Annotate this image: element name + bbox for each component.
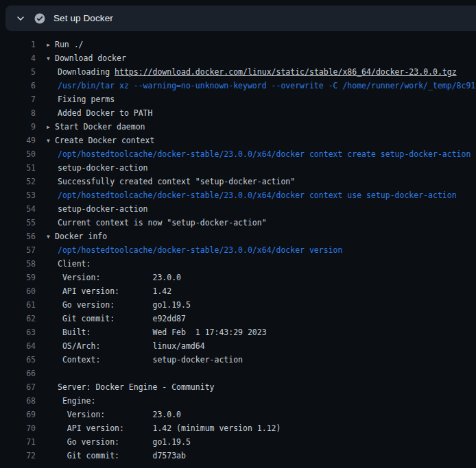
group-expanded-triangle-icon[interactable]: ▼ — [47, 230, 55, 243]
log-line: 6/usr/bin/tar xz --warning=no-unknown-ke… — [0, 79, 476, 93]
log-text-line: setup-docker-action — [47, 161, 476, 175]
line-number[interactable]: 65 — [0, 353, 36, 367]
log-text-line: Version: 23.0.0 — [47, 408, 476, 421]
log-command-line: /opt/hostedtoolcache/docker-stable/23.0.… — [47, 243, 476, 257]
log-text-line: Server: Docker Engine - Community — [47, 380, 476, 394]
log-text-line: Successfully created context "setup-dock… — [47, 175, 476, 188]
log-text-line: Added Docker to PATH — [47, 106, 476, 120]
line-number[interactable]: 9 — [0, 120, 36, 134]
log-text-line: API version: 1.42 (minimum version 1.12) — [47, 421, 476, 435]
log-line: 61 Go version: go1.19.5 — [0, 298, 476, 312]
log-text-line: API version: 1.42 — [47, 284, 476, 298]
step-title: Set up Docker — [53, 13, 113, 23]
log-line: 63 Built: Wed Feb 1 17:43:29 2023 — [0, 325, 476, 339]
line-number[interactable]: 51 — [0, 161, 36, 175]
line-number[interactable]: 54 — [0, 202, 36, 216]
log-text-line — [47, 367, 476, 380]
line-number[interactable]: 69 — [0, 408, 36, 421]
group-title: Download docker — [55, 53, 126, 63]
line-number[interactable]: 55 — [0, 216, 36, 230]
log-line: 51setup-docker-action — [0, 161, 476, 175]
step-header[interactable]: Set up Docker — [5, 5, 476, 31]
log-line: 8Added Docker to PATH — [0, 106, 476, 120]
step-log-panel: Set up Docker 1▶Run ./4▼Download docker5… — [0, 5, 476, 463]
log-url-link[interactable]: https://download.docker.com/linux/static… — [115, 67, 457, 77]
log-line: 50/opt/hostedtoolcache/docker-stable/23.… — [0, 147, 476, 161]
line-number[interactable]: 49 — [0, 134, 36, 147]
log-text-line: Go version: go1.19.5 — [47, 435, 476, 449]
group-collapsed-triangle-icon[interactable]: ▶ — [47, 121, 55, 134]
group-title: Run ./ — [55, 40, 84, 49]
log-line: 59 Version: 23.0.0 — [0, 271, 476, 284]
log-text-line: Current context is now "setup-docker-act… — [47, 216, 476, 230]
line-number[interactable]: 4 — [0, 51, 36, 65]
line-number[interactable]: 64 — [0, 339, 36, 353]
line-number[interactable]: 67 — [0, 380, 36, 394]
group-expanded-triangle-icon[interactable]: ▼ — [47, 134, 55, 147]
line-number[interactable]: 66 — [0, 367, 36, 380]
line-number[interactable]: 58 — [0, 257, 36, 271]
group-title: Start Docker daemon — [55, 122, 145, 132]
log-line: 53/opt/hostedtoolcache/docker-stable/23.… — [0, 188, 476, 202]
log-line: 5Downloading https://download.docker.com… — [0, 65, 476, 79]
line-number[interactable]: 57 — [0, 243, 36, 257]
line-number[interactable]: 6 — [0, 79, 36, 93]
log-text-line: Client: — [47, 257, 476, 271]
log-line: 71 Go version: go1.19.5 — [0, 435, 476, 449]
log-command-line: /opt/hostedtoolcache/docker-stable/23.0.… — [47, 188, 476, 202]
log-line: 60 API version: 1.42 — [0, 284, 476, 298]
group-title: Create Docker context — [55, 136, 154, 145]
line-number[interactable]: 63 — [0, 325, 36, 339]
line-number[interactable]: 71 — [0, 435, 36, 449]
line-number[interactable]: 62 — [0, 312, 36, 325]
log-text-line: Built: Wed Feb 1 17:43:29 2023 — [47, 325, 476, 339]
line-number[interactable]: 53 — [0, 188, 36, 202]
chevron-down-icon[interactable] — [14, 12, 27, 25]
log-line: 4▼Download docker — [0, 51, 476, 65]
line-number[interactable]: 5 — [0, 65, 36, 79]
line-number[interactable]: 7 — [0, 93, 36, 106]
log-line: 65 Context: setup-docker-action — [0, 353, 476, 367]
log-line: 56▼Docker info — [0, 230, 476, 243]
log-group-toggle[interactable]: ▶Start Docker daemon — [47, 120, 476, 134]
line-number[interactable]: 70 — [0, 421, 36, 435]
log-output: 1▶Run ./4▼Download docker5Downloading ht… — [0, 31, 476, 463]
line-number[interactable]: 68 — [0, 394, 36, 408]
log-text-line: Git commit: e92dd87 — [47, 312, 476, 325]
line-number[interactable]: 56 — [0, 230, 36, 243]
log-line: 69 Version: 23.0.0 — [0, 408, 476, 421]
line-number[interactable]: 8 — [0, 106, 36, 120]
log-line: 55Current context is now "setup-docker-a… — [0, 216, 476, 230]
log-text-line: setup-docker-action — [47, 202, 476, 216]
log-text-line: Go version: go1.19.5 — [47, 298, 476, 312]
log-group-toggle[interactable]: ▼Create Docker context — [47, 134, 476, 147]
log-group-toggle[interactable]: ▼Docker info — [47, 230, 476, 243]
log-group-toggle[interactable]: ▼Download docker — [47, 51, 476, 65]
log-line: 9▶Start Docker daemon — [0, 120, 476, 134]
log-line: 58Client: — [0, 257, 476, 271]
group-collapsed-triangle-icon[interactable]: ▶ — [47, 38, 55, 51]
line-number[interactable]: 1 — [0, 38, 36, 51]
group-expanded-triangle-icon[interactable]: ▼ — [47, 52, 55, 65]
line-number[interactable]: 60 — [0, 284, 36, 298]
log-text: Downloading — [58, 67, 115, 77]
log-command-line: /usr/bin/tar xz --warning=no-unknown-key… — [47, 79, 476, 93]
line-number[interactable]: 72 — [0, 449, 36, 463]
log-text-line: Context: setup-docker-action — [47, 353, 476, 367]
line-number[interactable]: 52 — [0, 175, 36, 188]
line-number[interactable]: 61 — [0, 298, 36, 312]
log-line: 64 OS/Arch: linux/amd64 — [0, 339, 476, 353]
log-text-line: Engine: — [47, 394, 476, 408]
log-text-line: OS/Arch: linux/amd64 — [47, 339, 476, 353]
log-group-toggle[interactable]: ▶Run ./ — [47, 38, 476, 51]
log-line: 7Fixing perms — [0, 93, 476, 106]
log-line: 67Server: Docker Engine - Community — [0, 380, 476, 394]
group-title: Docker info — [55, 232, 107, 241]
log-line: 49▼Create Docker context — [0, 134, 476, 147]
log-text-line: Fixing perms — [47, 93, 476, 106]
line-number[interactable]: 59 — [0, 271, 36, 284]
log-command-line: /opt/hostedtoolcache/docker-stable/23.0.… — [47, 147, 476, 161]
log-line: 62 Git commit: e92dd87 — [0, 312, 476, 325]
log-line: 54setup-docker-action — [0, 202, 476, 216]
line-number[interactable]: 50 — [0, 147, 36, 161]
